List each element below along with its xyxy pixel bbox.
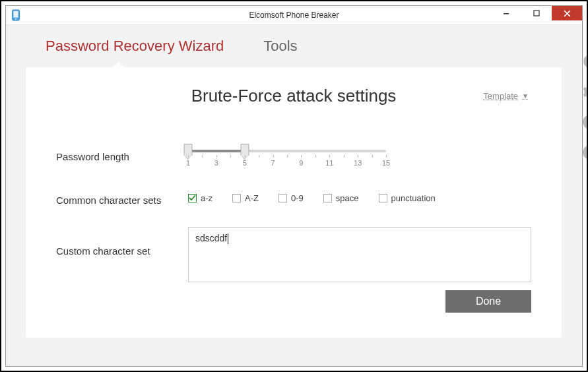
slider-tick-label: 1 — [186, 159, 190, 167]
password-length-slider[interactable]: 13579111315 — [188, 146, 386, 168]
svg-rect-1 — [13, 11, 18, 18]
charset-label: A-Z — [245, 193, 259, 203]
slider-tick — [315, 155, 316, 158]
svg-rect-3 — [504, 13, 509, 15]
row-password-length: Password length 13579111315 — [56, 146, 531, 168]
window-controls — [491, 6, 582, 20]
svg-point-8 — [583, 145, 588, 160]
svg-rect-4 — [534, 11, 539, 16]
help-icon[interactable]: ? — [581, 113, 588, 131]
slider-tick — [301, 155, 302, 158]
slider-fill — [188, 150, 245, 152]
checkbox-icon — [232, 194, 241, 202]
tab-password-recovery[interactable]: Password Recovery Wizard — [46, 38, 224, 55]
settings-card: Brute-Force attack settings Template ▼ P… — [26, 67, 562, 338]
slider-tick-label: 7 — [271, 159, 275, 167]
charset-punctuation[interactable]: punctuation — [379, 193, 436, 203]
slider-tick — [245, 155, 245, 158]
checkbox-icon — [323, 194, 332, 202]
template-dropdown[interactable]: Template ▼ — [483, 91, 529, 101]
charset-digits[interactable]: 0-9 — [278, 193, 304, 203]
text-cursor — [228, 233, 228, 244]
checkbox-icon — [278, 194, 287, 202]
card-header: Brute-Force attack settings Template ▼ — [56, 86, 531, 106]
slider-tick-label: 9 — [299, 159, 303, 167]
slider-tick-label: 13 — [354, 159, 362, 167]
slider-handle-low[interactable] — [184, 144, 193, 156]
label-custom-set: Custom character set — [56, 227, 188, 257]
slider-tick — [358, 155, 358, 158]
slider-tick — [372, 155, 373, 158]
charset-label: a-z — [201, 193, 212, 203]
maximize-button[interactable] — [521, 6, 552, 20]
slider-tick — [188, 155, 189, 158]
label-password-length: Password length — [56, 146, 188, 162]
row-custom-set: Custom character set sdscddf — [56, 227, 531, 282]
clock-icon[interactable] — [581, 53, 588, 70]
tab-tools[interactable]: Tools — [263, 38, 297, 55]
slider-tick — [329, 155, 330, 158]
card-title: Brute-Force attack settings — [191, 86, 397, 106]
slider-tick — [230, 155, 231, 158]
slider-tick — [287, 155, 288, 158]
slider-tick — [216, 155, 217, 158]
svg-point-6 — [583, 115, 588, 129]
tabs-row: Password Recovery Wizard Tools — [26, 25, 562, 67]
main-column: Password Recovery Wizard Tools Brute-For… — [6, 25, 581, 366]
app-window: Elcomsoft Phone Breaker Password Recover… — [5, 5, 583, 367]
slider-tick-label: 5 — [243, 159, 247, 167]
slider-handle-high[interactable] — [240, 144, 249, 156]
charset-label: 0-9 — [291, 193, 304, 203]
content-area: Password Recovery Wizard Tools Brute-For… — [6, 25, 582, 366]
gear-icon[interactable] — [581, 83, 588, 100]
slider-ticks: 13579111315 — [188, 155, 386, 168]
charset-checkbox-row: a-z A-Z 0-9 — [188, 189, 531, 203]
slider-tick-label: 15 — [382, 159, 390, 167]
slider-tick — [202, 155, 203, 158]
charset-label: space — [336, 193, 359, 203]
titlebar: Elcomsoft Phone Breaker — [6, 6, 582, 25]
slider-tick — [273, 155, 274, 158]
charset-label: punctuation — [391, 193, 436, 203]
svg-point-2 — [15, 18, 16, 20]
slider-tick-label: 11 — [325, 159, 333, 167]
svg-point-5 — [583, 55, 588, 68]
template-label: Template — [483, 91, 518, 101]
checkbox-icon — [188, 194, 197, 202]
slider-tick — [386, 155, 387, 158]
screenshot-frame: Elcomsoft Phone Breaker Password Recover… — [0, 0, 588, 372]
minimize-button[interactable] — [491, 6, 521, 20]
label-common-sets: Common character sets — [56, 189, 188, 206]
app-icon — [10, 9, 22, 21]
active-tab-notch — [112, 62, 125, 68]
charset-AZ[interactable]: A-Z — [232, 193, 259, 203]
custom-charset-value: sdscddf — [195, 233, 227, 243]
info-icon[interactable]: i — [581, 144, 588, 161]
charset-space[interactable]: space — [323, 193, 359, 203]
charset-az[interactable]: a-z — [188, 193, 212, 203]
slider-tick — [259, 155, 259, 158]
close-button[interactable] — [552, 6, 582, 20]
done-button[interactable]: Done — [445, 290, 531, 313]
custom-charset-input[interactable]: sdscddf — [188, 227, 531, 282]
row-common-sets: Common character sets a-z — [56, 189, 531, 206]
slider-track — [188, 150, 386, 152]
chevron-down-icon: ▼ — [522, 92, 529, 100]
right-rail: ? i — [581, 25, 588, 366]
checkbox-icon — [379, 194, 387, 202]
slider-tick-label: 3 — [214, 159, 218, 167]
footer-row: Done — [56, 290, 531, 313]
slider-tick — [344, 155, 344, 158]
